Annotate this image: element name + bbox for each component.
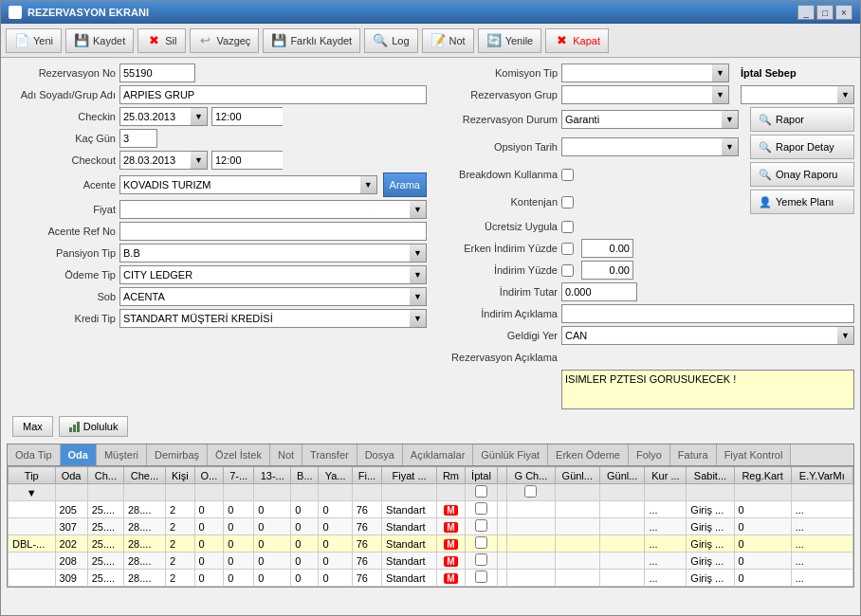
iptal-sebep-arrow[interactable]: ▼ [837,85,854,104]
indirim-tutar-input[interactable] [561,282,637,301]
row1-iptal-check[interactable] [475,502,487,515]
indirim-yuzde-input[interactable] [581,261,633,280]
tab-ozel-istek[interactable]: Özel İstek [208,444,270,465]
checkout-date-arrow[interactable]: ▼ [191,151,208,170]
log-button[interactable]: 🔍 Log [364,28,417,53]
row3-iptal-check[interactable] [475,536,487,549]
aciklama-textarea[interactable]: ISIMLER PZTESI GORUSUKECEK ! [561,370,854,409]
kontenjan-checkbox[interactable] [561,196,574,208]
checkin-date-arrow[interactable]: ▼ [191,107,208,126]
col-iptal: İptal [465,467,497,484]
indirim-yuzde-checkbox[interactable] [561,264,574,277]
note-button[interactable]: 📝 Not [422,28,474,53]
odeme-tip-input[interactable] [119,265,410,284]
checkout-date-input[interactable] [119,151,191,170]
kac-gun-input[interactable] [119,129,157,148]
filter-icon-cell[interactable]: ▼ [9,484,56,501]
arama-button[interactable]: Arama [383,172,427,197]
filter-rm [437,484,466,501]
iptal-sebep-input[interactable] [741,85,837,104]
cancel-button[interactable]: ↩ Vazgeç [190,28,260,53]
tab-transfer[interactable]: Transfer [302,444,357,465]
opsiyon-tarih-input[interactable] [561,137,722,156]
pansiyon-arrow[interactable]: ▼ [410,244,427,263]
row3-13: 0 [254,535,291,553]
row3-7: 0 [224,535,254,553]
rezervasyon-no-input[interactable] [119,63,195,82]
fiyat-arrow[interactable]: ▼ [410,200,427,219]
checkin-time-input[interactable] [211,107,283,126]
adi-soyadi-input[interactable] [119,85,427,104]
save-button[interactable]: 💾 Kaydet [65,28,134,53]
yemek-plani-button[interactable]: 👤 Yemek Planı [750,190,854,214]
tab-oda[interactable]: Oda [61,444,97,465]
geldigi-yer-input[interactable] [561,326,837,345]
rez-grup-arrow[interactable]: ▼ [712,85,729,104]
tab-oda-tip[interactable]: Oda Tip [8,444,61,465]
save-as-icon: 💾 [271,33,286,48]
row4-iptal-check[interactable] [475,553,487,566]
komisyon-arrow[interactable]: ▼ [712,63,729,82]
main-window: REZERVASYON EKRANI _ □ × 📄 Yeni 💾 Kaydet… [0,0,861,616]
tab-fatura[interactable]: Fatura [670,444,717,465]
breakdown-checkbox[interactable] [561,169,574,181]
checkin-date-input[interactable] [119,107,191,126]
tab-dosya[interactable]: Dosya [357,444,403,465]
kac-gun-label: Kaç Gün [7,133,116,144]
filter-gch-check[interactable] [524,485,537,498]
breakdown-row: Breakdown Kullanma 🔍 Onay Raporu [434,162,854,187]
tab-fiyat-kontrol[interactable]: Fiyat Kontrol [717,444,792,465]
kredi-tip-input[interactable] [119,309,410,328]
pansiyon-tip-input[interactable] [119,244,410,263]
tab-erken-odeme[interactable]: Erken Ödeme [548,444,629,465]
onay-raporu-button[interactable]: 🔍 Onay Raporu [750,162,854,187]
sob-input[interactable] [119,287,410,306]
tabs-section: Oda Tip Oda Müşteri Demirbaş Özel İstek … [7,444,854,588]
row3-ch: 25.... [87,535,123,553]
acente-input[interactable] [119,175,360,194]
komisyon-input-group: ▼ [561,63,729,82]
komisyon-tip-input[interactable] [561,63,712,82]
ucretsiz-checkbox[interactable] [561,221,574,233]
erken-indirim-checkbox[interactable] [561,243,574,255]
tab-gunluk-fiyat[interactable]: Günlük Fiyat [473,444,548,465]
odeme-arrow[interactable]: ▼ [410,265,427,284]
row3-fiyat: Standart [382,535,437,553]
rezervasyon-grup-input[interactable] [561,85,712,104]
rapor-detay-button[interactable]: 🔍 Rapor Detay [750,135,854,159]
max-button[interactable]: Max [12,416,53,437]
erken-indirim-input[interactable] [581,239,633,258]
close-app-button[interactable]: ✖ Kapat [545,28,609,53]
checkout-time-input[interactable] [211,151,283,170]
sob-arrow[interactable]: ▼ [410,287,427,306]
maximize-button[interactable]: □ [816,5,834,20]
new-button[interactable]: 📄 Yeni [6,28,62,53]
acente-arrow[interactable]: ▼ [360,175,377,194]
delete-button[interactable]: ✖ Sil [137,28,185,53]
fiyat-input[interactable] [119,200,410,219]
refresh-button[interactable]: 🔄 Yenile [478,28,542,53]
tab-demirbaş[interactable]: Demirbaş [147,444,208,465]
rapor-button[interactable]: 🔍 Rapor [750,107,854,132]
row3-ey: ... [791,535,852,553]
save-as-button[interactable]: 💾 Farklı Kaydet [263,28,360,53]
rez-durum-arrow[interactable]: ▼ [722,110,739,129]
tab-folyo[interactable]: Folyo [629,444,670,465]
geldigi-yer-arrow[interactable]: ▼ [837,326,854,345]
kredi-arrow[interactable]: ▼ [410,309,427,328]
row2-iptal-check[interactable] [475,519,487,532]
doluluk-button[interactable]: Doluluk [59,416,129,437]
tab-not[interactable]: Not [270,444,302,465]
iptal-sebep-section: İptal Sebep [741,67,854,79]
opsiyon-arrow[interactable]: ▼ [722,137,739,156]
tab-aciklamalar[interactable]: Açıklamalar [403,444,473,465]
minimize-button[interactable]: _ [797,5,815,20]
indirim-aciklama-input[interactable] [561,304,854,323]
close-button[interactable]: × [835,5,852,20]
tab-musteri[interactable]: Müşteri [97,444,147,465]
chart-bar-1 [69,427,72,432]
filter-iptal-check[interactable] [475,485,487,498]
row5-iptal-check[interactable] [475,571,487,583]
acente-ref-input[interactable] [119,222,427,241]
rezervasyon-durum-input[interactable] [561,110,722,129]
